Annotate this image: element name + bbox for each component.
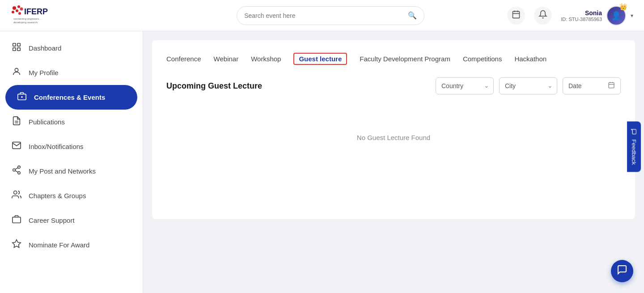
- svg-point-25: [18, 172, 21, 174]
- sidebar-label-publications: Publications: [29, 118, 65, 126]
- user-text: Sonia ID: STU-38785963: [561, 9, 602, 22]
- sidebar-label-dashboard: Dashboard: [29, 44, 61, 52]
- dashboard-icon: [11, 42, 22, 54]
- user-info[interactable]: Sonia ID: STU-38785963 👤 👑 ▾: [561, 6, 633, 25]
- section-header: Upcoming Guest Lecture CountryUSAUKIndia…: [166, 77, 621, 94]
- avatar-image: 👤: [611, 11, 621, 21]
- svg-rect-16: [17, 48, 20, 51]
- svg-line-26: [15, 170, 18, 172]
- publications-icon: [11, 116, 22, 128]
- feedback-icon: [631, 128, 637, 135]
- sidebar-item-my-profile[interactable]: My Profile: [0, 60, 143, 85]
- tab-hackathon[interactable]: Hackathon: [514, 53, 547, 64]
- sidebar-label-nominate: Nominate For Award: [29, 241, 89, 249]
- date-calendar-icon: [608, 81, 615, 90]
- career-icon: [11, 214, 22, 226]
- city-filter-wrapper: CityNew YorkLondonMumbaiBerlin: [499, 77, 557, 94]
- nominate-icon: [11, 239, 22, 251]
- svg-text:developing research: developing research: [13, 21, 38, 24]
- svg-point-0: [13, 6, 16, 10]
- date-filter[interactable]: Date: [563, 77, 621, 94]
- chapters-icon: [11, 190, 22, 202]
- chat-icon: [617, 264, 627, 278]
- svg-rect-9: [513, 11, 520, 18]
- tab-workshop[interactable]: Workshop: [251, 53, 281, 64]
- sidebar-item-nominate[interactable]: Nominate For Award: [0, 233, 143, 257]
- conferences-icon: [16, 91, 28, 103]
- sidebar-label-inbox: Inbox/Notifications: [29, 143, 84, 150]
- search-input[interactable]: [244, 12, 408, 19]
- tabs: ConferenceWebinarWorkshopGuest lectureFa…: [166, 53, 621, 65]
- svg-point-24: [13, 169, 16, 171]
- calendar-icon: [512, 10, 521, 21]
- my-post-icon: [11, 165, 22, 177]
- sidebar-item-conferences[interactable]: Conferences & Events: [5, 85, 137, 110]
- notifications-button[interactable]: [534, 7, 552, 25]
- svg-point-1: [17, 5, 20, 8]
- svg-rect-13: [13, 43, 16, 46]
- svg-point-28: [14, 191, 17, 194]
- main-layout: Dashboard My Profile Conferences & Event…: [0, 31, 644, 293]
- svg-marker-30: [13, 240, 21, 247]
- feedback-label: Feedback: [631, 139, 637, 165]
- search-area: 🔍: [154, 6, 507, 25]
- svg-point-5: [18, 12, 21, 15]
- empty-message: No Guest Lecture Found: [357, 134, 430, 141]
- header: IFERP connecting engineers... developing…: [0, 0, 644, 31]
- calendar-button[interactable]: [507, 7, 525, 25]
- country-filter[interactable]: CountryUSAUKIndiaGermany: [436, 77, 494, 94]
- sidebar: Dashboard My Profile Conferences & Event…: [0, 31, 143, 293]
- svg-rect-14: [17, 43, 20, 46]
- sidebar-label-chapters: Chapters & Groups: [29, 192, 86, 200]
- svg-point-17: [15, 68, 18, 72]
- sidebar-item-dashboard[interactable]: Dashboard: [0, 36, 143, 60]
- sidebar-label-career: Career Support: [29, 217, 75, 224]
- svg-point-23: [18, 166, 21, 169]
- tab-competitions[interactable]: Competitions: [463, 53, 502, 64]
- sidebar-label-my-profile: My Profile: [29, 69, 59, 76]
- logo: IFERP connecting engineers... developing…: [11, 4, 60, 27]
- user-name: Sonia: [561, 9, 602, 17]
- sidebar-item-chapters[interactable]: Chapters & Groups: [0, 183, 143, 208]
- svg-point-4: [12, 11, 14, 13]
- inbox-icon: [11, 140, 22, 153]
- sidebar-label-conferences: Conferences & Events: [34, 93, 105, 101]
- city-filter[interactable]: CityNew YorkLondonMumbaiBerlin: [499, 77, 557, 94]
- chevron-down-icon: ▾: [631, 13, 633, 19]
- svg-rect-15: [13, 48, 16, 51]
- svg-point-3: [20, 7, 23, 10]
- chat-button[interactable]: [611, 260, 633, 282]
- empty-state: No Guest Lecture Found: [166, 107, 621, 168]
- search-icon: 🔍: [408, 11, 417, 20]
- content-area: ConferenceWebinarWorkshopGuest lectureFa…: [143, 31, 644, 293]
- tab-webinar[interactable]: Webinar: [214, 53, 239, 64]
- svg-rect-31: [609, 83, 614, 88]
- tab-guest-lecture[interactable]: Guest lecture: [293, 53, 347, 65]
- date-label: Date: [568, 82, 582, 89]
- tab-faculty[interactable]: Faculty Development Program: [360, 53, 450, 64]
- sidebar-item-inbox[interactable]: Inbox/Notifications: [0, 134, 143, 159]
- feedback-button[interactable]: Feedback: [627, 121, 641, 172]
- section-title: Upcoming Guest Lecture: [166, 81, 262, 91]
- bell-icon: [538, 10, 547, 21]
- svg-point-2: [16, 9, 18, 12]
- svg-text:connecting engineers...: connecting engineers...: [13, 17, 41, 20]
- sidebar-item-publications[interactable]: Publications: [0, 110, 143, 134]
- sidebar-label-my-post: My Post and Networks: [29, 167, 96, 175]
- filters: CountryUSAUKIndiaGermany CityNew YorkLon…: [436, 77, 621, 94]
- sidebar-item-my-post[interactable]: My Post and Networks: [0, 159, 143, 183]
- crown-icon: 👑: [619, 3, 627, 10]
- search-box[interactable]: 🔍: [237, 6, 424, 25]
- svg-line-27: [15, 168, 18, 170]
- sidebar-item-career[interactable]: Career Support: [0, 208, 143, 233]
- header-icons: Sonia ID: STU-38785963 👤 👑 ▾: [507, 6, 633, 25]
- content-card: ConferenceWebinarWorkshopGuest lectureFa…: [152, 40, 635, 219]
- my-profile-icon: [11, 67, 22, 79]
- avatar: 👤 👑: [606, 6, 626, 25]
- svg-text:IFERP: IFERP: [24, 7, 48, 16]
- svg-rect-29: [13, 217, 21, 223]
- logo-area: IFERP connecting engineers... developing…: [11, 4, 154, 27]
- country-filter-wrapper: CountryUSAUKIndiaGermany: [436, 77, 494, 94]
- user-id: ID: STU-38785963: [561, 17, 602, 22]
- tab-conference[interactable]: Conference: [166, 53, 201, 64]
